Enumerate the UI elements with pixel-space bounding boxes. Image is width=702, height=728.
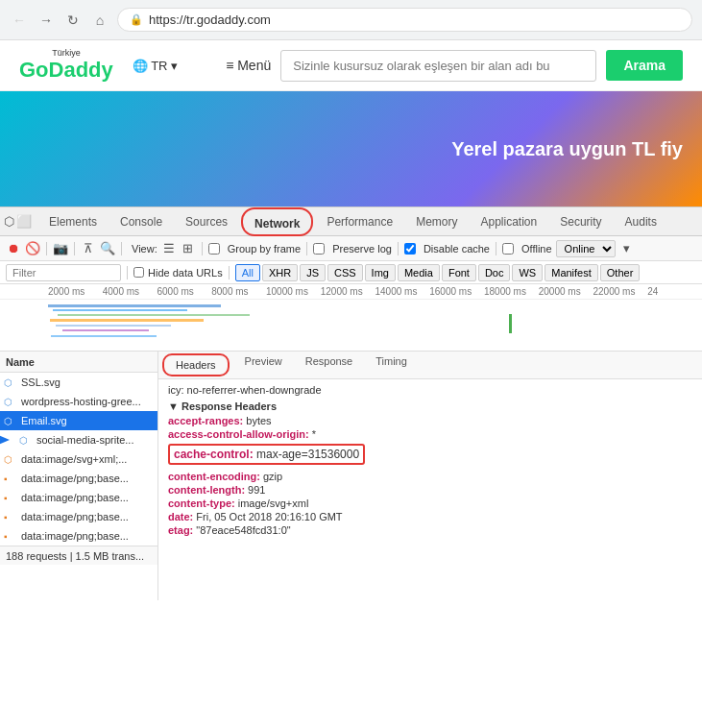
header-key-ct: content-type: (168, 497, 235, 509)
filter-img[interactable]: Img (365, 264, 396, 281)
tab-console[interactable]: Console (109, 207, 174, 236)
header-key-cl: content-length: (168, 484, 245, 496)
header-val-cc: max-age=31536000 (256, 448, 359, 461)
preserve-log-checkbox[interactable] (313, 243, 325, 255)
xml-icon: ⬡ (4, 454, 17, 465)
response-tab-preview[interactable]: Preview (233, 352, 294, 378)
back-button[interactable]: ← (10, 11, 29, 30)
tab-sources[interactable]: Sources (174, 207, 239, 236)
tab-network[interactable]: Network (241, 207, 313, 236)
clear-button[interactable]: 🚫 (25, 241, 40, 256)
svg-icon-2: ⬡ (4, 397, 17, 407)
header-cache-control: cache-control: max-age=31536000 (168, 444, 365, 465)
filter-manifest[interactable]: Manifest (545, 264, 598, 281)
more-button[interactable]: ▾ (619, 241, 635, 256)
filter-js[interactable]: JS (300, 264, 326, 281)
header-content-length: content-length: 991 (168, 483, 692, 497)
name-column-header: Name (6, 356, 35, 368)
tab-audits[interactable]: Audits (614, 207, 668, 236)
filter-all[interactable]: All (235, 264, 260, 281)
hide-data-label: Hide data URLs (148, 267, 223, 279)
address-bar: 🔒 https://tr.godaddy.com (117, 8, 692, 32)
filter-font[interactable]: Font (442, 264, 476, 281)
tl-18000: 18000 ms (484, 286, 539, 297)
png-icon-1: ▪ (4, 473, 17, 484)
tab-elements[interactable]: Elements (37, 207, 109, 236)
tab-application[interactable]: Application (469, 207, 548, 236)
status-text: 188 requests | 1.5 MB trans... (6, 550, 144, 562)
offline-label: Offline (521, 243, 552, 255)
svg-icon-4: ⬡ (19, 435, 33, 446)
view-list-icon[interactable]: ☰ (161, 241, 177, 256)
png-icon-2: ▪ (4, 493, 17, 503)
godaddy-logo: Türkiye GoDaddy (19, 48, 113, 83)
logo-text: GoDaddy (19, 58, 113, 83)
filter-other[interactable]: Other (600, 264, 641, 281)
tab-security[interactable]: Security (548, 207, 613, 236)
language-selector[interactable]: 🌐 TR ▾ (133, 59, 178, 73)
policy-line: icy: no-referrer-when-downgrade (168, 383, 692, 397)
file-item-social[interactable]: ⬡ social-media-sprite... (0, 430, 157, 449)
response-tabs: Headers Preview Response Timing (158, 352, 702, 379)
group-label: Group by frame (228, 243, 301, 255)
file-item-ssl[interactable]: ⬡ SSL.svg (0, 373, 157, 392)
search-button-dv[interactable]: 🔍 (100, 241, 115, 256)
reload-button[interactable]: ↻ (63, 11, 83, 30)
header-val-date: Fri, 05 Oct 2018 20:16:10 GMT (196, 511, 342, 522)
tl-20000: 20000 ms (539, 286, 593, 297)
file-name-4: social-media-sprite... (36, 434, 133, 446)
arrow-container: ⬡ social-media-sprite... (0, 430, 157, 449)
file-item-data4[interactable]: ▪ data:image/png;base... (0, 507, 157, 526)
file-item-data2[interactable]: ▪ data:image/png;base... (0, 469, 157, 488)
cursor-icon[interactable]: ⬡ (4, 214, 14, 229)
filter-css[interactable]: CSS (327, 264, 363, 281)
record-button[interactable]: ⏺ (6, 241, 21, 256)
home-button[interactable]: ⌂ (90, 11, 109, 30)
tab-memory[interactable]: Memory (404, 207, 469, 236)
inspect-icon[interactable]: ⬜ (16, 214, 32, 229)
tl-24: 24 (647, 286, 702, 297)
filter-ws[interactable]: WS (512, 264, 543, 281)
file-item-data3[interactable]: ▪ data:image/png;base... (0, 488, 157, 507)
group-by-frame-checkbox[interactable] (208, 243, 220, 255)
hide-data-checkbox[interactable] (133, 267, 144, 278)
response-tab-headers[interactable]: Headers (162, 353, 230, 376)
arrow-indicator (0, 430, 17, 449)
forward-button[interactable]: → (36, 11, 56, 30)
disable-cache-label: Disable cache (424, 243, 490, 255)
separator-f (127, 266, 128, 279)
search-input[interactable] (280, 50, 596, 82)
online-select[interactable]: Online (556, 240, 616, 257)
tl-10000: 10000 ms (266, 286, 321, 297)
file-item-data5[interactable]: ▪ data:image/png;base... (0, 526, 157, 546)
filter-doc[interactable]: Doc (478, 264, 511, 281)
timeline-labels: 2000 ms 4000 ms 6000 ms 8000 ms 10000 ms… (0, 284, 702, 300)
offline-checkbox[interactable] (502, 243, 514, 255)
filter-media[interactable]: Media (398, 264, 440, 281)
devtools-toolbar: ⏺ 🚫 📷 ⊼ 🔍 View: ☰ ⊞ Group by frame Prese… (0, 236, 702, 261)
header-key-date: date: (168, 511, 193, 522)
filter-button[interactable]: ⊼ (81, 241, 96, 256)
filter-input[interactable] (6, 264, 121, 281)
response-tab-response[interactable]: Response (294, 352, 365, 378)
filter-xhr[interactable]: XHR (262, 264, 298, 281)
file-list-header: Name (0, 352, 157, 373)
tab-performance[interactable]: Performance (315, 207, 404, 236)
disable-cache-checkbox[interactable] (404, 243, 416, 255)
file-item-wp[interactable]: ⬡ wordpress-hosting-gree... (0, 392, 157, 411)
response-tab-timing[interactable]: Timing (364, 352, 419, 378)
header-val-acao: * (312, 428, 316, 440)
header-key-cc: cache-control: (174, 448, 254, 461)
tl-14000: 14000 ms (375, 286, 430, 297)
file-item-email[interactable]: ⬡ Email.svg (0, 411, 157, 430)
view-grid-icon[interactable]: ⊞ (181, 241, 196, 256)
separator-1 (46, 242, 47, 255)
file-item-data1[interactable]: ⬡ data:image/svg+xml;... (0, 449, 157, 469)
camera-button[interactable]: 📷 (53, 241, 68, 256)
search-button[interactable]: Arama (606, 50, 683, 81)
header-key-etag: etag: (168, 524, 193, 536)
menu-button[interactable]: ≡ Menü (226, 58, 271, 73)
svg-rect-0 (48, 304, 221, 307)
svg-rect-5 (62, 329, 149, 331)
lock-icon: 🔒 (130, 13, 143, 26)
